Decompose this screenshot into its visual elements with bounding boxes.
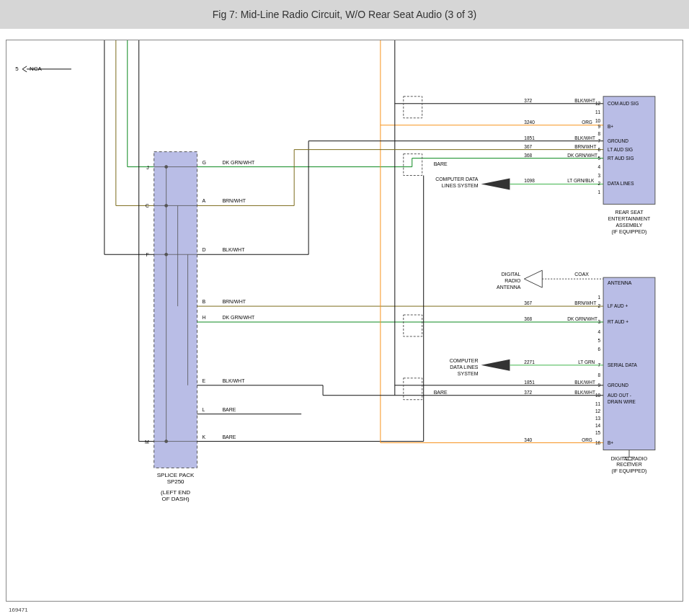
svg-text:BLK/WHT: BLK/WHT xyxy=(574,380,595,385)
shield-1 xyxy=(404,97,422,118)
diagram-canvas: SPLICE PACKSP250 (LEFT ENDOF DASH) NCA 5… xyxy=(6,40,683,602)
nca-pin: 5 xyxy=(15,66,19,72)
svg-text:4: 4 xyxy=(597,164,600,169)
rse-wire-labels: 372BLK/WHT 3240ORG 1851BLK/WHT 367BRN/WH… xyxy=(524,98,597,184)
drr-ant-sig: ANTENNA xyxy=(608,280,632,285)
svg-text:BLK/WHT: BLK/WHT xyxy=(574,98,595,103)
col-E: BLK/WHT xyxy=(222,378,245,383)
svg-text:B+: B+ xyxy=(608,440,613,445)
col-B: BRN/WHT xyxy=(222,299,246,304)
svg-text:8: 8 xyxy=(597,131,600,136)
svg-text:8: 8 xyxy=(597,372,600,378)
antenna-icon xyxy=(524,270,542,287)
svg-text:RT AUD +: RT AUD + xyxy=(608,319,628,324)
svg-text:LF AUD +: LF AUD + xyxy=(608,303,628,308)
drr-dl-lbl: COMPUTERDATA LINESSYSTEM xyxy=(450,358,479,376)
svg-text:BRN/WHT: BRN/WHT xyxy=(574,300,596,305)
svg-text:RT AUD SIG: RT AUD SIG xyxy=(608,156,634,161)
svg-text:368: 368 xyxy=(524,153,532,158)
svg-rect-13 xyxy=(404,315,422,336)
rse-dl-arrow xyxy=(481,179,510,190)
svg-text:4: 4 xyxy=(597,329,600,334)
svg-text:12: 12 xyxy=(595,101,601,106)
shield-3 xyxy=(404,315,422,336)
doc-id: 169471 xyxy=(9,607,28,613)
shield-2 xyxy=(404,154,422,176)
col-A: BRN/WHT xyxy=(222,198,246,203)
splice-pack xyxy=(154,152,197,468)
wiring-diagram-page: Fig 7: Mid-Line Radio Circuit, W/O Rear … xyxy=(0,0,689,616)
svg-text:5: 5 xyxy=(597,338,600,343)
pin-E: E xyxy=(203,378,206,383)
svg-text:DK GRN/WHT: DK GRN/WHT xyxy=(567,316,597,321)
pin-J: J xyxy=(146,165,148,170)
svg-text:13: 13 xyxy=(595,416,601,421)
svg-text:16: 16 xyxy=(595,440,601,445)
splice-lbl2: (LEFT ENDOF DASH) xyxy=(161,489,190,502)
svg-text:340: 340 xyxy=(524,437,532,442)
diagram-svg: SPLICE PACKSP250 (LEFT ENDOF DASH) NCA 5… xyxy=(6,40,683,601)
pin-G: G xyxy=(203,160,206,165)
svg-text:372: 372 xyxy=(524,390,532,395)
svg-text:6: 6 xyxy=(597,147,600,152)
col-D: BLK/WHT xyxy=(222,247,245,252)
svg-text:GROUND: GROUND xyxy=(608,383,628,388)
pin-C: C xyxy=(146,203,149,208)
svg-text:BLK/WHT: BLK/WHT xyxy=(574,135,595,140)
svg-text:ORG: ORG xyxy=(582,120,592,125)
svg-text:LT GRN: LT GRN xyxy=(578,360,595,365)
pin-D: D xyxy=(203,247,206,252)
svg-text:367: 367 xyxy=(524,144,532,149)
pin-F: F xyxy=(146,252,148,257)
svg-text:DATA LINES: DATA LINES xyxy=(608,181,634,186)
svg-text:10: 10 xyxy=(595,118,601,123)
svg-text:2: 2 xyxy=(597,181,600,186)
svg-text:10: 10 xyxy=(595,393,601,398)
title-bar: Fig 7: Mid-Line Radio Circuit, W/O Rear … xyxy=(0,0,689,29)
svg-text:DK GRN/WHT: DK GRN/WHT xyxy=(567,153,597,158)
col-G: DK GRN/WHT xyxy=(222,160,255,165)
ant-col: COAX xyxy=(574,272,589,277)
drr-dl-arrow xyxy=(481,360,510,371)
svg-text:7: 7 xyxy=(597,362,600,367)
svg-text:BLK/WHT: BLK/WHT xyxy=(574,390,595,395)
svg-rect-11 xyxy=(404,97,422,118)
svg-text:15: 15 xyxy=(595,430,601,435)
svg-text:3: 3 xyxy=(597,319,600,324)
svg-text:BRN/WHT: BRN/WHT xyxy=(574,144,596,149)
nca-arrow xyxy=(22,66,27,72)
svg-text:LT AUD SIG: LT AUD SIG xyxy=(608,147,633,152)
bare-lbl2: BARE xyxy=(434,390,448,395)
col-K: BARE xyxy=(222,434,236,439)
svg-text:GROUND: GROUND xyxy=(608,138,628,143)
pin-K: K xyxy=(203,434,206,439)
svg-text:6: 6 xyxy=(597,347,600,352)
rse-dl-lbl: COMPUTER DATALINES SYSTEM xyxy=(435,177,479,188)
svg-point-10 xyxy=(165,440,168,443)
svg-point-9 xyxy=(165,253,168,256)
pin-A: A xyxy=(203,198,206,203)
shield-4 xyxy=(404,378,422,400)
svg-text:2: 2 xyxy=(597,303,600,308)
svg-text:7: 7 xyxy=(597,138,600,143)
rse-name: REAR SEATENTERTAINMENTASSEMBLY(IF EQUIPP… xyxy=(608,210,651,235)
pin-L: L xyxy=(203,407,205,412)
splice-lbl1: SPLICE PACKSP250 xyxy=(157,472,195,485)
nca-label: NCA xyxy=(30,66,43,72)
svg-rect-14 xyxy=(404,378,422,400)
svg-text:ORG: ORG xyxy=(582,437,592,442)
col-L: BARE xyxy=(222,407,236,412)
svg-text:SERIAL DATA: SERIAL DATA xyxy=(608,362,638,367)
svg-text:11: 11 xyxy=(595,110,601,115)
svg-text:11: 11 xyxy=(595,401,601,406)
page-title: Fig 7: Mid-Line Radio Circuit, W/O Rear … xyxy=(213,9,476,20)
pin-B: B xyxy=(203,299,206,304)
pin-H: H xyxy=(203,315,206,320)
svg-text:1851: 1851 xyxy=(524,135,535,140)
svg-text:1: 1 xyxy=(597,295,600,300)
svg-text:LT GRN/BLK: LT GRN/BLK xyxy=(567,178,595,183)
svg-text:12: 12 xyxy=(595,409,601,414)
svg-rect-12 xyxy=(404,154,422,176)
svg-text:3240: 3240 xyxy=(524,120,535,125)
svg-text:1851: 1851 xyxy=(524,380,535,385)
